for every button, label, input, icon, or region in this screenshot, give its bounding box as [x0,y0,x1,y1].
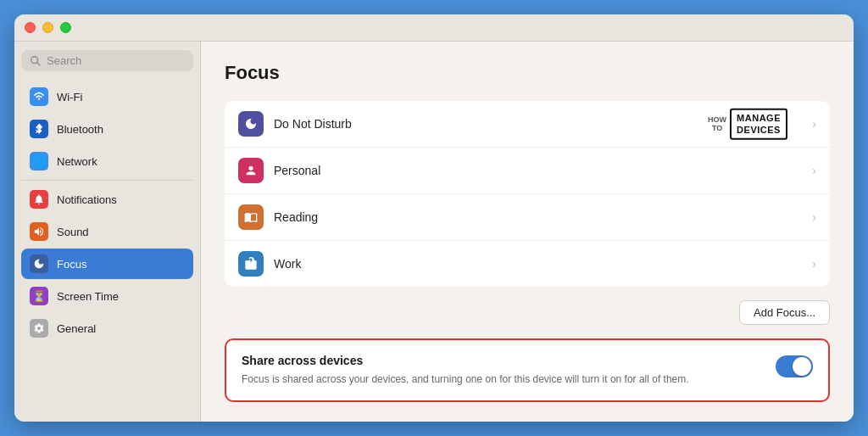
divider-1 [21,180,193,181]
focus-list: Do Not Disturb HOWTO MANAGEDEVICES › [225,101,830,287]
reading-chevron: › [812,210,816,224]
reading-label: Reading [274,210,802,224]
sound-icon [30,222,48,241]
focus-item-reading[interactable]: Reading › [225,194,830,241]
personal-icon [238,158,264,183]
sidebar-item-network[interactable]: 🌐 Network [21,146,193,176]
dnd-chevron: › [812,117,816,131]
sidebar-item-screentime-label: Screen Time [57,290,119,303]
sidebar-item-wifi-label: Wi-Fi [57,91,82,103]
search-icon [30,55,42,67]
share-across-devices-toggle[interactable] [776,355,813,377]
screentime-icon: ⏳ [30,287,48,305]
share-across-devices-card: Share across devices Focus is shared acr… [225,338,830,402]
share-card-text: Share across devices Focus is shared acr… [242,354,765,387]
sidebar-item-general[interactable]: General [21,313,193,344]
maximize-button[interactable] [60,22,71,33]
search-input[interactable] [47,54,185,67]
settings-window: Wi-Fi Bluetooth 🌐 Ne [14,14,854,422]
bluetooth-icon [30,120,48,138]
sidebar-item-notifications-label: Notifications [57,193,117,206]
focus-icon [30,254,48,273]
reading-icon [238,204,264,230]
focus-item-work[interactable]: Work › [225,241,830,287]
general-icon [30,319,48,338]
page-title: Focus [225,62,830,84]
search-bar[interactable] [21,50,193,71]
watermark: HOWTO MANAGEDEVICES [708,109,787,140]
dnd-icon [238,111,264,137]
work-label: Work [274,257,802,271]
sidebar-item-sound[interactable]: Sound [21,216,193,247]
add-focus-row: Add Focus... [225,300,830,325]
notifications-icon [30,190,48,209]
minimize-button[interactable] [42,22,53,33]
sidebar-item-general-label: General [57,322,96,335]
watermark-manage: MANAGEDEVICES [730,109,787,140]
sidebar-item-notifications[interactable]: Notifications [21,184,193,215]
sidebar-item-network-label: Network [57,155,97,168]
personal-chevron: › [812,164,816,177]
sidebar-item-sound-label: Sound [57,226,89,238]
sidebar-item-focus-label: Focus [57,258,86,271]
network-icon: 🌐 [30,152,48,170]
sidebar-item-focus[interactable]: Focus [21,249,193,279]
sidebar-item-bluetooth-label: Bluetooth [57,123,103,136]
share-card-description: Focus is shared across your devices, and… [242,372,765,387]
sidebar-item-bluetooth[interactable]: Bluetooth [21,114,193,144]
work-chevron: › [812,257,816,271]
focus-item-personal[interactable]: Personal › [225,148,830,194]
focus-item-dnd[interactable]: Do Not Disturb HOWTO MANAGEDEVICES › [225,101,830,148]
sidebar-item-wifi[interactable]: Wi-Fi [21,81,193,112]
share-card-title: Share across devices [242,354,765,367]
add-focus-button[interactable]: Add Focus... [739,300,830,325]
wifi-icon [30,87,48,106]
close-button[interactable] [25,22,36,33]
work-icon [238,251,264,277]
main-layout: Wi-Fi Bluetooth 🌐 Ne [14,42,854,422]
sidebar-item-screentime[interactable]: ⏳ Screen Time [21,281,193,311]
sidebar: Wi-Fi Bluetooth 🌐 Ne [14,42,201,422]
watermark-howto: HOWTO [708,115,726,133]
personal-label: Personal [274,164,802,177]
titlebar [14,14,854,42]
main-content: Focus Do Not Disturb HOWTO MANAGEDEVICES [201,42,854,422]
